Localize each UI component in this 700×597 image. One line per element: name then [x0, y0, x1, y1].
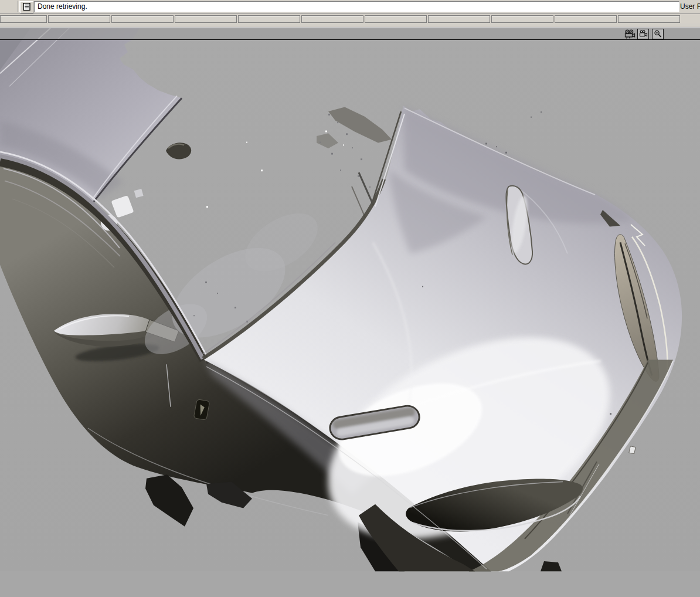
movie-camera-icon[interactable]: [624, 29, 636, 39]
shelf-segment[interactable]: [428, 15, 490, 23]
viewport[interactable]: [0, 28, 700, 597]
shelf-row: [0, 13, 700, 23]
front-emblem: [629, 446, 636, 454]
video-camera-icon[interactable]: [637, 29, 649, 39]
app-window: { "status_bar": { "message": "Done retri…: [0, 0, 700, 597]
toolbar-strip: [0, 23, 700, 28]
scene-canvas[interactable]: [0, 28, 700, 597]
shelf-segment[interactable]: [301, 15, 363, 23]
viewport-header-band: [0, 28, 700, 40]
message-log-button[interactable]: [20, 1, 33, 13]
shelf-segment[interactable]: [111, 15, 174, 23]
zoom-magnifier-icon[interactable]: [652, 29, 664, 39]
document-lines-icon: [23, 2, 30, 13]
shelf-segment[interactable]: [0, 15, 47, 23]
user-label: User Pr: [680, 2, 700, 11]
shelf-segment[interactable]: [175, 15, 237, 23]
status-bar: Done retrieving. User Pr: [0, 0, 700, 13]
status-message-field: Done retrieving.: [34, 1, 679, 12]
shelf-segment[interactable]: [555, 15, 617, 23]
shelf-segment[interactable]: [48, 15, 110, 23]
shelf-segment[interactable]: [491, 15, 553, 23]
status-left-panel: [1, 1, 16, 12]
shelf-segment[interactable]: [365, 15, 427, 23]
shelf-segment[interactable]: [618, 15, 680, 23]
shelf-segment[interactable]: [238, 15, 300, 23]
